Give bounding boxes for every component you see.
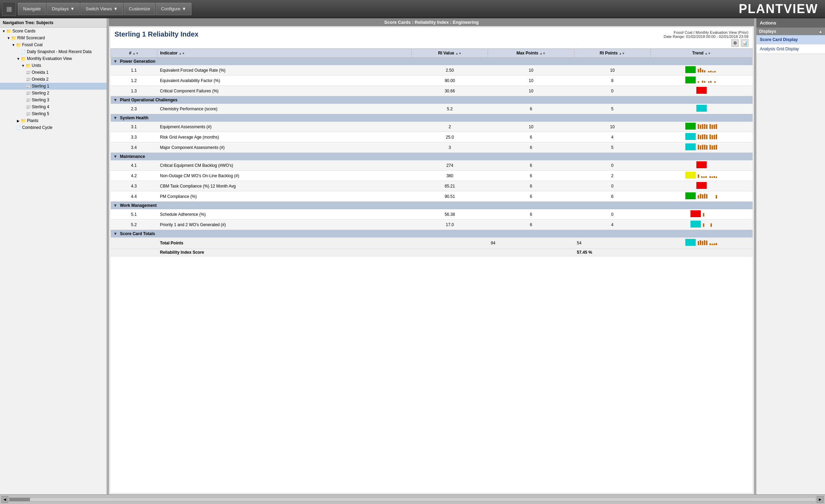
svg-rect-9 xyxy=(702,81,703,83)
sidebar-header: Navigation Tree: Subjects xyxy=(0,18,107,28)
svg-rect-31 xyxy=(716,134,717,139)
scorecard-title: Sterling 1 Reliabilty Index xyxy=(115,30,198,38)
svg-rect-2 xyxy=(702,70,703,72)
section-totals: ▼ Score Card Totals xyxy=(111,230,753,238)
svg-rect-55 xyxy=(703,213,704,216)
svg-rect-41 xyxy=(698,174,699,178)
sidebar-item-score-cards[interactable]: ▼ 📁 Score Cards xyxy=(0,28,107,34)
sidebar-item-units[interactable]: ▼ 📁 Units xyxy=(0,62,107,69)
sidebar-item-sterling-4[interactable]: 📰 Sterling 4 xyxy=(0,103,107,110)
breadcrumb: Score Cards : Reliability Index : Engine… xyxy=(109,18,754,26)
analysis-grid-display-item[interactable]: Analysis Grid Display xyxy=(756,44,825,54)
svg-rect-17 xyxy=(704,124,705,129)
status-badge xyxy=(685,123,696,130)
settings-icon-btn[interactable]: ⚙ xyxy=(731,39,739,47)
sidebar-item-sterling-1[interactable]: 📰 Sterling 1 xyxy=(0,83,107,90)
trend-sparkline xyxy=(697,77,718,83)
app-logo[interactable]: ▦ xyxy=(2,2,16,16)
folder-icon-fossil: 📁 xyxy=(16,42,21,48)
svg-rect-22 xyxy=(716,124,717,129)
col-header-trend[interactable]: Trend ▲▼ xyxy=(650,49,752,58)
sidebar-item-fossil-coal[interactable]: ▼ 📁 Fossil Coal xyxy=(0,41,107,48)
displays-section-header[interactable]: Displays ▲ xyxy=(756,28,825,35)
col-header-ripoints[interactable]: RI Points ▲▼ xyxy=(574,49,651,58)
svg-rect-19 xyxy=(709,124,711,129)
sidebar-item-sterling-3[interactable]: 📰 Sterling 3 xyxy=(0,97,107,103)
sidebar: Navigation Tree: Subjects ▼ 📁 Score Card… xyxy=(0,18,107,494)
svg-rect-46 xyxy=(712,177,713,178)
svg-rect-56 xyxy=(703,223,704,227)
sidebar-item-plants[interactable]: ▶ 📁 Plants xyxy=(0,117,107,124)
svg-rect-51 xyxy=(702,194,703,199)
displays-collapse-icon: ▲ xyxy=(819,30,822,33)
trend-sparkline xyxy=(697,172,718,179)
sidebar-item-monthly-eval[interactable]: ▼ 📁 Monthly Evaluation View xyxy=(0,55,107,62)
score-card-display-item[interactable]: Score Card Display xyxy=(756,35,825,44)
scroll-right-arrow[interactable]: ▶ xyxy=(817,496,824,503)
expand-monthly-icon[interactable]: ▼ xyxy=(16,56,21,61)
table-row: 3.4 Major Component Assessments (#) 3 6 … xyxy=(111,142,753,153)
sidebar-item-oneida-1[interactable]: 📰 Oneida 1 xyxy=(0,69,107,76)
col-header-indicator[interactable]: Indicator ▲▼ xyxy=(157,49,412,58)
svg-rect-43 xyxy=(703,177,705,178)
folder-icon-units: 📁 xyxy=(26,63,31,68)
sidebar-item-sterling-5[interactable]: 📰 Sterling 5 xyxy=(0,110,107,117)
svg-rect-52 xyxy=(704,194,705,199)
sidebar-item-rim-scorecard[interactable]: ▼ 📁 RIM Scorecard xyxy=(0,34,107,41)
col-header-maxpoints[interactable]: Max Points ▲▼ xyxy=(488,49,574,58)
svg-rect-0 xyxy=(698,69,699,72)
sidebar-item-sterling-2[interactable]: 📰 Sterling 2 xyxy=(0,90,107,97)
export-icon-btn[interactable]: 📊 xyxy=(741,39,748,47)
scroll-thumb[interactable] xyxy=(9,498,30,501)
indicator-sort-icon: ▲▼ xyxy=(179,52,185,55)
section-arrow-totals: ▼ xyxy=(113,231,118,236)
configure-button[interactable]: Configure ▼ xyxy=(156,3,191,15)
status-badge xyxy=(685,77,696,83)
navigate-button[interactable]: Navigate xyxy=(18,3,46,15)
svg-rect-37 xyxy=(709,145,711,150)
expand-rim-icon[interactable]: ▼ xyxy=(6,36,11,40)
expand-score-cards-icon[interactable]: ▼ xyxy=(1,29,6,33)
ripoints-sort-icon: ▲▼ xyxy=(619,52,625,55)
table-row-total-points: Total Points 94 54 xyxy=(111,238,753,249)
trend-sparkline xyxy=(697,143,718,150)
expand-fossil-icon[interactable]: ▼ xyxy=(11,42,16,47)
displays-button[interactable]: Displays ▼ xyxy=(47,3,80,15)
expand-units-icon[interactable]: ▼ xyxy=(21,63,26,68)
trend-sparkline xyxy=(702,221,713,228)
sidebar-item-daily-snapshot[interactable]: 📄 Daily Snapshot - Most Recent Data xyxy=(0,48,107,55)
expand-plants-icon[interactable]: ▶ xyxy=(16,118,21,123)
table-row: 4.2 Non-Outage CM WO's On-Line Backlog (… xyxy=(111,171,753,181)
trend-sparkline xyxy=(697,123,718,130)
svg-rect-36 xyxy=(706,145,707,150)
col-header-rivalue[interactable]: RI Value ▲▼ xyxy=(412,49,488,58)
svg-rect-58 xyxy=(698,241,699,245)
svg-rect-7 xyxy=(714,71,716,72)
col-header-hash[interactable]: # ▲▼ xyxy=(111,49,157,58)
svg-rect-65 xyxy=(714,243,715,245)
scorecard-table-container[interactable]: # ▲▼ Indicator ▲▼ RI Value ▲▼ xyxy=(110,49,753,493)
svg-rect-38 xyxy=(712,145,713,150)
trend-sparkline xyxy=(697,66,718,73)
trend-sparkline xyxy=(697,133,718,140)
page-icon-sterling3: 📰 xyxy=(26,97,31,103)
customize-button[interactable]: Customize xyxy=(124,3,155,15)
scroll-left-arrow[interactable]: ◀ xyxy=(1,496,8,503)
scroll-track[interactable] xyxy=(9,497,816,502)
section-arrow-plant: ▼ xyxy=(113,98,118,102)
trend-sparkline xyxy=(702,210,713,217)
section-system-health: ▼ System Health xyxy=(111,114,753,122)
status-badge xyxy=(696,161,707,168)
table-row: 4.3 CBM Task Compliance (%) 12 Month Avg… xyxy=(111,181,753,191)
svg-rect-12 xyxy=(710,81,712,83)
svg-rect-16 xyxy=(702,124,703,129)
table-row: 4.4 PM Compliance (%) 90.51 6 6 xyxy=(111,191,753,202)
table-header: # ▲▼ Indicator ▲▼ RI Value ▲▼ xyxy=(111,49,753,58)
switch-views-button[interactable]: Switch Views ▼ xyxy=(80,3,123,15)
sidebar-item-oneida-2[interactable]: 📰 Oneida 2 xyxy=(0,76,107,83)
svg-rect-45 xyxy=(709,176,711,178)
sidebar-item-combined-cycle[interactable]: 📄 Combined Cycle xyxy=(0,124,107,131)
svg-rect-42 xyxy=(701,176,703,178)
status-badge xyxy=(696,105,707,112)
status-badge xyxy=(696,87,707,94)
